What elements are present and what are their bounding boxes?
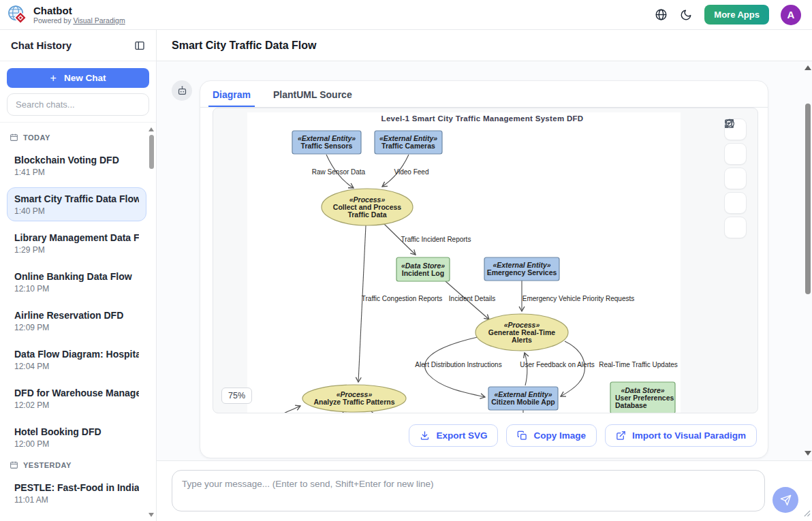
chat-history-item[interactable]: Online Banking Data Flow 12:10 PM — [7, 265, 146, 299]
chat-item-time: 12:00 PM — [14, 439, 139, 449]
send-icon — [780, 494, 792, 506]
diagram-message-card: Diagram PlantUML Source Level-1 Smart Ci… — [200, 80, 768, 458]
plus-icon: + — [50, 72, 57, 84]
chat-item-time: 12:10 PM — [14, 284, 139, 294]
dfd-diagram-canvas[interactable]: Level-1 Smart City Traffic Management Sy… — [213, 108, 758, 413]
svg-text:Incident Log: Incident Log — [402, 269, 444, 277]
sidebar-title: Chat History — [11, 40, 72, 51]
dfd-edge-label: Alert Distribution Instructions — [415, 361, 501, 368]
copy-icon — [517, 430, 527, 441]
main-scrollbar-thumb[interactable] — [805, 104, 811, 294]
section-header: YESTERDAY — [10, 460, 146, 469]
tab-plantuml-source[interactable]: PlantUML Source — [273, 89, 352, 107]
diagram-zoom-controls — [724, 119, 747, 238]
dfd-node-analyze-traffic-patterns: «Process»Analyze Traffic Patterns — [302, 385, 406, 412]
chat-history-item[interactable]: PESTLE Analysis: Global EV In... — [7, 515, 146, 521]
visual-paradigm-link[interactable]: Visual Paradigm — [73, 16, 125, 25]
svg-text:Emergency Services: Emergency Services — [487, 268, 557, 277]
dfd-title: Level-1 Smart City Traffic Management Sy… — [381, 114, 584, 123]
tab-diagram[interactable]: Diagram — [208, 89, 255, 107]
main-scroll-down-icon[interactable] — [805, 451, 811, 456]
chat-history-item[interactable]: Hotel Booking DFD 12:00 PM — [7, 420, 146, 454]
chat-item-title: Hotel Booking DFD — [14, 426, 139, 437]
chat-item-title: Data Flow Diagram: Hospital... — [14, 349, 139, 360]
chat-item-title: DFD for Warehouse Manage... — [14, 388, 139, 398]
dfd-node-user-preferences-database: «Data Store»User PreferencesDatabase — [610, 382, 675, 413]
zoom-out-icon[interactable] — [724, 143, 747, 165]
moon-icon[interactable] — [679, 8, 693, 22]
send-button[interactable] — [772, 487, 798, 513]
message-input[interactable] — [172, 470, 765, 511]
chat-history-item[interactable]: Airline Reservation DFD 12:09 PM — [7, 304, 146, 338]
expand-icon[interactable] — [724, 192, 747, 214]
main-scroll-up-icon[interactable] — [805, 65, 811, 70]
chat-item-time: 12:02 PM — [14, 400, 139, 410]
chat-item-time: 12:09 PM — [14, 323, 139, 332]
download-icon — [420, 430, 430, 441]
sidebar-scrollbar-thumb[interactable] — [149, 135, 154, 169]
app-title: Chatbot — [33, 5, 125, 16]
bot-avatar — [172, 80, 192, 101]
sidebar: Chat History + New Chat TODAY Blockchain… — [0, 30, 157, 521]
dfd-edge-label: Emergency Vehicle Priority Requests — [522, 295, 635, 302]
diagram-viewport[interactable]: Level-1 Smart City Traffic Management Sy… — [213, 108, 758, 413]
svg-text:Database: Database — [615, 401, 647, 409]
more-apps-button[interactable]: More Apps — [704, 5, 769, 25]
composer — [157, 460, 812, 521]
dfd-edge-label: Traffic Congestion Reports — [362, 295, 442, 302]
fullscreen-icon[interactable] — [724, 217, 747, 238]
chat-history-item[interactable]: Library Management Data Fl... 1:29 PM — [7, 226, 146, 260]
chat-item-title: Blockchain Voting DFD — [14, 155, 139, 165]
sidebar-scroll-up-icon[interactable] — [149, 127, 154, 131]
chat-item-title: Library Management Data Fl... — [14, 232, 139, 243]
svg-text:Alerts: Alerts — [512, 336, 532, 344]
page-title: Smart City Traffic Data Flow — [172, 40, 317, 52]
export-svg-button[interactable]: Export SVG — [409, 424, 498, 447]
dfd-node-traffic-sensors: «External Entity»Traffic Sensors — [292, 131, 361, 154]
dfd-edge-label: Video Feed — [394, 168, 429, 176]
globe-icon[interactable] — [654, 8, 668, 22]
search-chats-input[interactable] — [7, 93, 149, 116]
svg-text:Traffic Sensors: Traffic Sensors — [301, 142, 353, 150]
dfd-node-collect-process-traffic-data: «Process»Collect and ProcessTraffic Data — [322, 189, 413, 225]
import-to-visual-paradigm-button[interactable]: Import to Visual Paradigm — [605, 424, 757, 447]
user-avatar[interactable]: A — [781, 5, 801, 25]
chat-item-time: 1:29 PM — [14, 245, 139, 255]
dfd-edge-label: Raw Sensor Data — [312, 168, 366, 176]
chat-item-title: Smart City Traffic Data Flow — [14, 193, 139, 204]
dfd-edge-label: User Feedback on Alerts — [520, 361, 595, 368]
chat-item-title: PESTLE: Fast-Food in India – ... — [14, 482, 139, 493]
chat-item-title: Airline Reservation DFD — [14, 310, 139, 321]
sidebar-scroll-down-icon[interactable] — [149, 513, 154, 517]
app-header: Chatbot Powered by Visual Paradigm More … — [0, 0, 812, 30]
chat-item-time: 1:41 PM — [14, 168, 139, 177]
chat-history-item[interactable]: Blockchain Voting DFD 1:41 PM — [7, 148, 146, 183]
conversation-header: Smart City Traffic Data Flow — [157, 30, 812, 61]
collapse-sidebar-icon[interactable] — [134, 40, 145, 51]
svg-text:Citizen Mobile App: Citizen Mobile App — [491, 398, 555, 406]
chat-history-item[interactable]: PESTLE: Fast-Food in India – ... 11:01 A… — [7, 476, 146, 510]
chat-item-title: Online Banking Data Flow — [14, 271, 139, 282]
reset-view-icon[interactable] — [724, 168, 747, 189]
calendar-icon — [10, 133, 18, 142]
chat-history-item[interactable]: DFD for Warehouse Manage... 12:02 PM — [7, 381, 146, 415]
chat-scroll-area: Diagram PlantUML Source Level-1 Smart Ci… — [157, 61, 812, 460]
svg-text:Analyze Traffic Patterns: Analyze Traffic Patterns — [313, 398, 394, 406]
chat-list: TODAY Blockchain Voting DFD 1:41 PM Smar… — [0, 123, 156, 521]
powered-by: Powered by Visual Paradigm — [33, 16, 125, 25]
svg-text:Traffic Data: Traffic Data — [347, 210, 386, 219]
copy-image-button[interactable]: Copy Image — [506, 424, 597, 447]
brand: Chatbot Powered by Visual Paradigm — [7, 4, 125, 25]
chat-history-item[interactable]: Smart City Traffic Data Flow 1:40 PM — [7, 187, 146, 221]
diagram-actions: Export SVG Copy Image Import to Visual P… — [200, 413, 768, 458]
new-chat-button[interactable]: + New Chat — [7, 68, 149, 88]
external-link-icon — [616, 430, 626, 441]
dfd-edge-label: Traffic Incident Reports — [401, 236, 471, 243]
resize-grip[interactable] — [803, 507, 811, 520]
zoom-level-badge: 75% — [221, 388, 252, 404]
app-logo — [7, 4, 28, 25]
chat-history-item[interactable]: Data Flow Diagram: Hospital... 12:04 PM — [7, 343, 146, 377]
section-label: YESTERDAY — [23, 461, 72, 469]
section-label: TODAY — [23, 133, 50, 142]
dfd-node-traffic-cameras: «External Entity»Traffic Cameras — [375, 131, 442, 154]
